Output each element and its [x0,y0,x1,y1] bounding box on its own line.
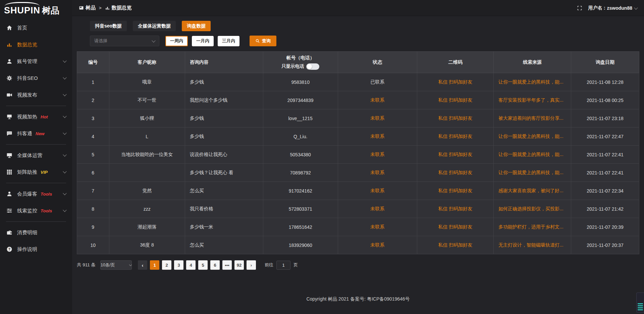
cell-nickname: 36度 8 [109,236,185,254]
cell-source-link[interactable]: 无主灯设计，智能磁吸轨道灯... [498,242,564,248]
search-icon [255,39,260,43]
logo-inner: SHUPIN 树品 [4,1,59,16]
cell-content: 怎么买 [185,236,263,254]
table-wrap: 编号客户昵称咨询内容帐号（电话）只显示电话状态二维码线索来源询盘日期 1哦章多少… [77,51,639,254]
sidebar-item-label: 矩阵助推 [17,169,37,175]
page-ellipsis-button[interactable]: ••• [222,260,232,270]
cell-source: 如何正确选择投影仪，买投影... [493,200,571,218]
cell-status: 未联系 [338,91,417,109]
bar-chart-icon [6,41,13,48]
tab-douyin-seo-data[interactable]: 抖音seo数据 [90,21,127,31]
question-icon: ? [6,246,13,253]
cell-source: 让你一眼就爱上的黑科技，能... [493,73,571,91]
user-menu[interactable]: 用户名： zswodun88 [588,5,637,11]
content-column: 树品 > 数据总览 用户名： zswodun88 抖音seo数据全媒体运营数 [72,0,644,314]
page-buttons: 123456•••92 [149,260,245,270]
page-button-2[interactable]: 2 [162,260,171,270]
cell-date: 2021-11-07 20:39 [571,218,639,236]
logo-brand-text: SHUPIN [4,5,40,16]
breadcrumb-item-home[interactable]: 树品 [86,5,96,11]
next-page-button[interactable]: › [247,260,256,270]
sidebar-item-clue-monitor[interactable]: 线索监控Tools [0,202,72,219]
search-button[interactable]: 查询 [250,36,276,46]
cell-source-link[interactable]: 让你一眼就爱上的黑科技，能... [498,79,564,85]
filter-select[interactable]: 请选择 [90,36,159,46]
cell-qrcode-link[interactable]: 私信 扫码加好友 [438,79,472,85]
page-button-3[interactable]: 3 [174,260,183,270]
copyright-text: Copyright 树品 2021 备案号: 粤ICP备09019646号 [306,296,410,302]
sidebar-item-member-baoke[interactable]: 会员爆客Tools [0,186,72,202]
topbar-right: 用户名： zswodun88 [577,5,637,11]
cell-source: 客厅安装投影半年多了，真实... [493,91,571,109]
goto-page-input[interactable] [276,261,290,270]
sidebar-item-operation-guide[interactable]: ?操作说明 [0,241,72,258]
bar-chart-icon [105,5,110,10]
cell-qrcode-link[interactable]: 私信 扫码加好友 [438,115,472,121]
cell-status: 未联系 [338,164,417,182]
sidebar-item-home[interactable]: 首页 [0,19,72,36]
page-button-6[interactable]: 6 [210,260,220,270]
cell-date: 2021-11-07 20:37 [571,236,639,254]
goto-page: 前往 页 [265,261,298,270]
cell-qrcode-link[interactable]: 私信 扫码加好友 [438,134,472,139]
sidebar-item-video-heating[interactable]: 视频加热Hot [0,108,72,125]
range-one-month[interactable]: 一月内 [192,36,214,46]
sidebar-item-label: 首页 [17,25,27,31]
chevron-down-icon [63,59,66,62]
sidebar-item-douyin-seo[interactable]: 抖音SEO [0,70,72,87]
floating-widget[interactable] [636,293,644,313]
cell-index: 2 [77,91,109,109]
page-button-92[interactable]: 92 [234,260,244,270]
tab-media-op-data[interactable]: 全媒体运营数据 [133,21,176,31]
sidebar-item-media-operation[interactable]: 全媒体运营 [0,147,72,164]
cell-qrcode-link[interactable]: 私信 扫码加好友 [438,242,472,248]
footer: Copyright 树品 2021 备案号: 粤ICP备09019646号 [72,284,644,314]
cell-date: 2021-11-07 21:42 [571,200,639,218]
tab-inquiry-data[interactable]: 询盘数据 [182,21,211,31]
cell-qrcode-link[interactable]: 私信 扫码加好友 [438,206,472,211]
cell-qrcode-link[interactable]: 私信 扫码加好友 [438,188,472,193]
cell-qrcode-link[interactable]: 私信 扫码加好友 [438,152,472,157]
cell-content: 多少钱 [185,127,263,146]
cell-content: 多少钱 [185,109,263,127]
cell-qrcode-link[interactable]: 私信 扫码加好友 [438,224,472,229]
cell-source-link[interactable]: 被大家追着问的客厅投影分享... [498,115,564,121]
page-button-1[interactable]: 1 [150,260,159,270]
table-row: 1哦章多少钱9583810已联系私信 扫码加好友让你一眼就爱上的黑科技，能...… [77,73,639,91]
cell-qrcode: 私信 扫码加好友 [417,127,493,146]
cell-content: 多少钱 [185,73,263,91]
cell-date: 2021-11-07 22:34 [571,182,639,200]
cell-qrcode-link[interactable]: 私信 扫码加好友 [438,170,472,175]
cell-source-link[interactable]: 让你一眼就爱上的黑科技，能... [498,134,564,139]
prev-page-button[interactable]: ‹ [138,260,147,270]
sidebar-item-consumption-detail[interactable]: 消费明细 [0,224,72,241]
sidebar-item-video-publish[interactable]: 视频发布 [0,87,72,103]
app-window-icon [79,5,84,10]
phone-only-toggle[interactable] [306,63,319,70]
page-button-4[interactable]: 4 [186,260,196,270]
range-three-months[interactable]: 三月内 [218,36,239,46]
cell-source-link[interactable]: 多功能护栏灯，适用于乡村文... [498,224,564,229]
cell-source-link[interactable]: 让你一眼就爱上的黑科技，能... [498,170,564,175]
fullscreen-icon[interactable] [577,5,582,11]
cell-qrcode: 私信 扫码加好友 [417,146,493,164]
page-button-5[interactable]: 5 [198,260,208,270]
cell-source-link[interactable]: 如何正确选择投影仪，买投影... [498,206,564,211]
cell-source-link[interactable]: 让你一眼就爱上的黑科技，能... [498,152,564,157]
cell-qrcode-link[interactable]: 私信 扫码加好友 [438,97,472,103]
video-icon [6,92,13,98]
cell-date: 2021-11-08 00:25 [571,91,639,109]
sidebar-item-douketong[interactable]: 抖客通New [0,125,72,142]
breadcrumb-item-current: 数据总览 [112,5,132,11]
sidebar-item-matrix-boost[interactable]: 矩阵助推VIP [0,164,72,180]
sidebar-item-data-overview[interactable]: 数据总览 [0,36,72,53]
cell-source-link[interactable]: 感谢大家喜欢我家，被问了好... [498,188,564,193]
page-size-select[interactable]: 10条/页 [100,260,132,270]
cell-nickname: 觉然 [109,182,185,200]
chevron-down-icon [63,153,66,156]
cell-account: 9583810 [263,73,338,91]
cell-source-link[interactable]: 客厅安装投影半年多了，真实... [498,97,564,103]
sidebar-item-account-management[interactable]: 账号管理 [0,53,72,70]
range-one-week[interactable]: 一周内 [165,36,188,46]
widget-bar [638,303,643,304]
